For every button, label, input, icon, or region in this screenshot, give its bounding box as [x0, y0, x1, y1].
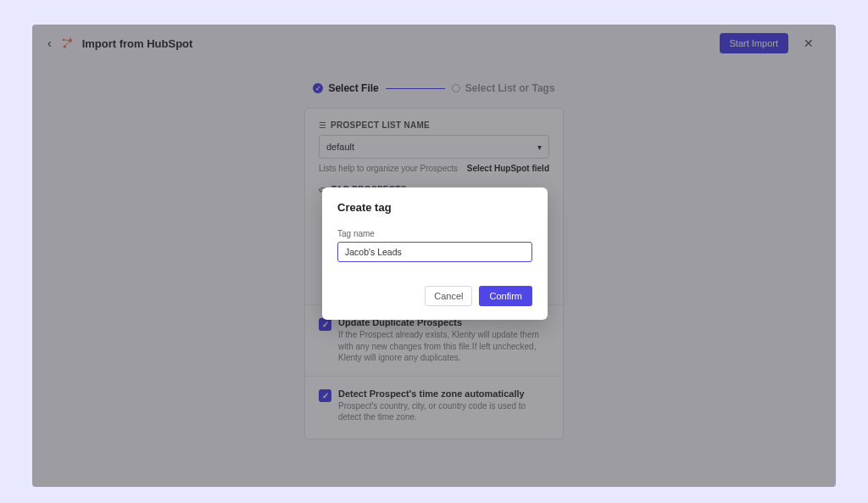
create-tag-modal: Create tag Tag name Cancel Confirm [322, 187, 548, 320]
tag-name-input[interactable] [337, 242, 532, 262]
confirm-button[interactable]: Confirm [479, 286, 532, 306]
cancel-button[interactable]: Cancel [425, 286, 472, 306]
modal-title: Create tag [337, 201, 532, 214]
tag-name-label: Tag name [337, 229, 532, 238]
